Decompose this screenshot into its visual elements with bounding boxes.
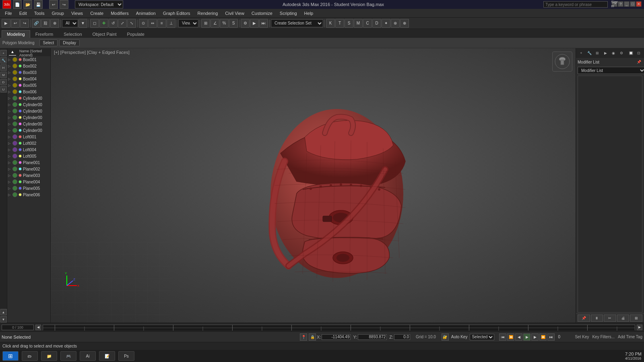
- list-item[interactable]: ▷ Plane003: [7, 172, 50, 179]
- redo-tool[interactable]: ↪: [20, 19, 29, 28]
- prev-frame-btn2[interactable]: ◀: [515, 333, 522, 341]
- filter-dropdown[interactable]: All: [62, 19, 78, 27]
- rp-settings-icon[interactable]: 🔲: [627, 49, 634, 57]
- list-item[interactable]: ▷ Cylinder00: [7, 114, 50, 121]
- list-item[interactable]: ▷ Cylinder00: [7, 95, 50, 101]
- time-tag-label[interactable]: Add Time Tag: [618, 335, 642, 339]
- tool-motion[interactable]: M: [0, 72, 7, 78]
- menu-rendering[interactable]: Rendering: [194, 10, 221, 16]
- list-item[interactable]: ▷ Plane004: [7, 179, 50, 185]
- link-tool[interactable]: 🔗: [32, 19, 41, 28]
- view-dropdown[interactable]: View: [178, 19, 198, 27]
- app-icon[interactable]: 3ds: [2, 0, 11, 9]
- schematic[interactable]: S: [345, 19, 353, 28]
- search-input[interactable]: [543, 1, 608, 8]
- rp-create-icon[interactable]: +: [578, 49, 585, 57]
- modifier-pin-icon[interactable]: 📌: [635, 58, 642, 66]
- next-frame-btn[interactable]: ▶: [637, 325, 642, 330]
- sign-in-btn[interactable]: Sign In: [612, 1, 617, 7]
- viewport[interactable]: [+] [Perspective] [Clay + Edged Faces]: [51, 48, 576, 323]
- rp-pause-btn[interactable]: ⏸: [591, 315, 603, 322]
- start-button[interactable]: ⊞: [2, 351, 19, 361]
- open-btn[interactable]: 📂: [23, 0, 32, 9]
- menu-civil-view[interactable]: Civil View: [222, 10, 247, 16]
- snap-icon[interactable]: 📍: [300, 333, 307, 341]
- menu-modifiers[interactable]: Modifiers: [107, 10, 132, 16]
- z-input[interactable]: [394, 334, 410, 340]
- selection-mode-dropdown[interactable]: Selected: [470, 334, 494, 340]
- y-input[interactable]: [358, 334, 387, 340]
- select-obj[interactable]: ◻: [90, 19, 99, 28]
- next-frame-btn2[interactable]: ▶: [531, 333, 539, 341]
- illustrator-btn[interactable]: Ai: [80, 351, 96, 361]
- tool-utilities[interactable]: U: [0, 86, 7, 93]
- prev-frame-btn[interactable]: ◀: [35, 325, 41, 330]
- undo-tool[interactable]: ↩: [11, 19, 20, 28]
- tool-display[interactable]: D: [0, 79, 7, 85]
- menu-group[interactable]: Group: [48, 10, 67, 16]
- move-tool[interactable]: ✛: [99, 19, 108, 28]
- maximize-btn[interactable]: □: [630, 1, 636, 7]
- extra-tool2[interactable]: ⊛: [391, 19, 400, 28]
- notepad-btn[interactable]: 📝: [99, 351, 115, 361]
- menu-customize[interactable]: Customize: [248, 10, 276, 16]
- list-item[interactable]: ▷ Cylinder00: [7, 127, 50, 134]
- tool-extra1[interactable]: ▲: [0, 309, 7, 315]
- rp-hierarchy-icon[interactable]: ⊞: [594, 49, 601, 57]
- list-item[interactable]: ▷ Plane001: [7, 159, 50, 166]
- list-item[interactable]: ▷ Loft005: [7, 153, 50, 159]
- render-setup[interactable]: ⚙: [241, 19, 250, 28]
- workspace-dropdown[interactable]: Workspace: Default: [75, 0, 123, 8]
- list-item[interactable]: ▷ Plane006: [7, 191, 50, 198]
- tool-extra2[interactable]: ▼: [0, 316, 7, 323]
- bind-tool[interactable]: ⊕: [50, 19, 59, 28]
- save-btn[interactable]: 💾: [34, 0, 43, 9]
- file-explorer-btn[interactable]: 🗁: [22, 351, 38, 361]
- menu-graph-editors[interactable]: Graph Editors: [160, 10, 194, 16]
- rp-motion-icon[interactable]: ▶: [602, 49, 609, 57]
- tool-modify[interactable]: 🔧: [0, 57, 7, 64]
- snap-toggle[interactable]: ⊞: [201, 19, 210, 28]
- scale-tool[interactable]: ⤢: [118, 19, 127, 28]
- unlink-tool[interactable]: ⛓: [41, 19, 50, 28]
- rp-display-icon[interactable]: ◉: [610, 49, 617, 57]
- key-filters-label[interactable]: Key Filters...: [592, 335, 615, 339]
- list-item[interactable]: ▷ Plane002: [7, 166, 50, 172]
- pivot-tool[interactable]: ⊙: [139, 19, 148, 28]
- new-btn[interactable]: 📄: [13, 0, 22, 9]
- material-editor[interactable]: M: [354, 19, 363, 28]
- menu-file[interactable]: File: [2, 10, 15, 16]
- list-item[interactable]: ▷ Cylinder00: [7, 121, 50, 127]
- menu-animation[interactable]: Animation: [133, 10, 159, 16]
- list-item[interactable]: ▷ Box003: [7, 69, 50, 76]
- menu-edit[interactable]: Edit: [16, 10, 30, 16]
- steam-btn[interactable]: 🎮: [60, 351, 76, 361]
- goto-start-btn[interactable]: ⏮: [499, 333, 506, 341]
- render-last[interactable]: ⏭: [259, 19, 268, 28]
- help-btn[interactable]: ?: [618, 1, 623, 7]
- ribbon-tab-object-paint[interactable]: Object Paint: [87, 30, 122, 38]
- lock-icon[interactable]: 🔒: [309, 333, 316, 341]
- x-input[interactable]: [322, 334, 351, 340]
- undo-btn[interactable]: ↩: [49, 0, 58, 9]
- ribbon-tab-modeling[interactable]: Modeling: [2, 30, 30, 38]
- key-lock-btn[interactable]: 🔐: [442, 333, 449, 341]
- rotate-tool[interactable]: ↺: [109, 19, 118, 28]
- menu-tools[interactable]: Tools: [31, 10, 48, 16]
- menu-views[interactable]: Views: [68, 10, 86, 16]
- list-item[interactable]: ▷ Loft002: [7, 140, 50, 146]
- timeline-scroll[interactable]: 0 / 100: [2, 325, 34, 330]
- key-mode[interactable]: K: [326, 19, 335, 28]
- close-btn[interactable]: ✕: [636, 1, 642, 7]
- prev-key-btn[interactable]: ⏪: [507, 333, 514, 341]
- panel-tab-name[interactable]: ▲: [9, 49, 16, 56]
- list-item[interactable]: ▷ Box001: [7, 56, 50, 63]
- redo-btn[interactable]: ↪: [60, 0, 68, 9]
- select-scale[interactable]: ⤡: [127, 19, 136, 28]
- viewport-canvas[interactable]: X Y Z: [51, 48, 576, 323]
- list-item[interactable]: ▷ Cylinder00: [7, 101, 50, 108]
- list-item[interactable]: ▷ Box002: [7, 63, 50, 69]
- play-btn[interactable]: ▶: [523, 333, 530, 341]
- list-item[interactable]: ▷ Loft004: [7, 146, 50, 153]
- menu-create[interactable]: Create: [87, 10, 107, 16]
